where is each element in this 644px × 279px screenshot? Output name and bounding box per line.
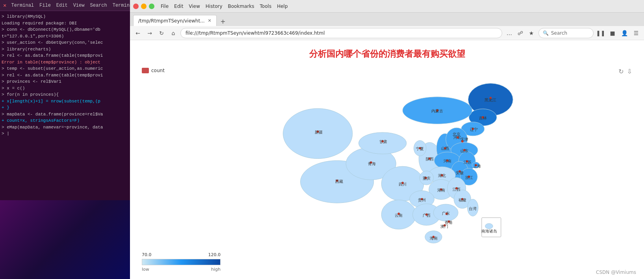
colorbar-min-label: low bbox=[142, 267, 149, 272]
terminal-line: > library(RMySQL) bbox=[2, 13, 128, 20]
dot-beijing bbox=[457, 136, 459, 139]
colorbar-labels: 70.0 120.0 bbox=[142, 252, 221, 257]
terminal-line: > x = c() bbox=[2, 85, 128, 92]
dot-hainan bbox=[432, 236, 434, 238]
province-taiwan bbox=[467, 199, 478, 216]
new-tab-button[interactable]: + bbox=[218, 17, 228, 26]
menu-view[interactable]: View bbox=[73, 3, 85, 8]
menu-tools[interactable]: Tools bbox=[260, 4, 272, 9]
reload-button[interactable]: ↻ bbox=[157, 28, 166, 38]
dot-guizhou bbox=[421, 198, 423, 200]
bookmark-button[interactable]: ★ bbox=[527, 28, 536, 38]
menu-search[interactable]: Search bbox=[90, 3, 107, 8]
legend-label: count bbox=[151, 68, 165, 73]
active-tab[interactable]: /tmp/RtmpmTSeyn/viewht... ✕ bbox=[133, 15, 217, 26]
province-nanhai bbox=[485, 223, 493, 229]
menu-edit[interactable]: Edit bbox=[174, 4, 183, 9]
china-map-svg: 黑龙江 吉林 辽宁 内蒙古 新疆 甘肃 青海 西藏 四川 宁夏 北京 天津 河北… bbox=[245, 76, 529, 261]
window-maximize-button[interactable] bbox=[149, 4, 154, 9]
menu-terminal[interactable]: Terminal bbox=[11, 3, 34, 8]
terminal-line: + } bbox=[2, 104, 128, 111]
sidebar-toggle-button[interactable]: ❚❚ bbox=[596, 28, 605, 38]
browser-file-menu: File Edit View History Bookmarks Tools H… bbox=[158, 4, 291, 9]
dot-shanghai bbox=[475, 164, 477, 166]
dot-shaanxi bbox=[428, 158, 431, 160]
dot-neimenggu bbox=[436, 109, 438, 112]
colorbar-min-value: 70.0 bbox=[142, 252, 152, 257]
dot-henan bbox=[446, 159, 448, 162]
tab-close-button[interactable]: ✕ bbox=[208, 18, 212, 23]
address-bar[interactable]: file:///tmp/RtmpmTSeyn/viewhtml9723663c4… bbox=[180, 28, 502, 38]
terminal-line: Error in table(temp$province) : object bbox=[2, 59, 128, 66]
dot-gansu bbox=[381, 140, 384, 143]
terminal-line: > eMap(mapData, namevar=~province, data bbox=[2, 124, 128, 131]
browser-tabs: /tmp/RtmpmTSeyn/viewht... ✕ + bbox=[130, 13, 644, 26]
search-placeholder: Search bbox=[551, 30, 567, 36]
menu-view[interactable]: View bbox=[189, 4, 200, 9]
dot-yunnan bbox=[397, 213, 400, 215]
dot-guangdong bbox=[445, 213, 447, 215]
terminal-line: > | bbox=[2, 130, 128, 137]
split-view-button[interactable]: ■ bbox=[608, 28, 617, 38]
terminal-line: > mapData <- data.frame(province=rel$Va bbox=[2, 111, 128, 118]
province-xinjiang bbox=[283, 108, 352, 158]
menu-edit[interactable]: Edit bbox=[56, 3, 68, 8]
terminal-topbar: ✕ Terminal File Edit View Search Termina… bbox=[0, 0, 130, 11]
search-box[interactable]: 🔍 Search bbox=[538, 28, 594, 38]
search-icon: 🔍 bbox=[543, 30, 549, 36]
dot-xizang bbox=[336, 179, 338, 182]
dot-hunan bbox=[440, 188, 442, 191]
browser-navbar: ← → ↻ ⌂ file:///tmp/RtmpmTSeyn/viewhtml9… bbox=[130, 26, 644, 40]
terminal-line: > conn <- dbConnect(MySQL(),dbname='db bbox=[2, 26, 128, 33]
menu-file[interactable]: File bbox=[39, 3, 51, 8]
province-gansu bbox=[358, 132, 406, 154]
home-button[interactable]: ⌂ bbox=[169, 28, 178, 38]
dot-shandong bbox=[463, 149, 465, 151]
browser-panel: File Edit View History Bookmarks Tools H… bbox=[130, 0, 644, 279]
terminal-line: > provinces <- rel$Var1 bbox=[2, 78, 128, 85]
dot-jiangxi bbox=[455, 187, 458, 190]
legend-color-box bbox=[142, 68, 149, 73]
watermark: CSDN @Vimiums bbox=[596, 270, 636, 275]
chart-legend: count bbox=[142, 68, 165, 73]
menu-bookmarks[interactable]: Bookmarks bbox=[228, 4, 254, 9]
dot-zhejiang bbox=[468, 176, 470, 178]
profile-button[interactable]: 👤 bbox=[620, 28, 629, 38]
colorbar-max-label: high bbox=[211, 267, 221, 272]
dot-hubei bbox=[441, 174, 443, 177]
dot-anhui bbox=[458, 170, 461, 173]
terminal-line: > rel <- as.data.frame(table(temp$provi bbox=[2, 52, 128, 59]
menu-file[interactable]: File bbox=[161, 4, 169, 9]
province-guangdong bbox=[433, 204, 458, 221]
reader-mode-button[interactable]: ☍ bbox=[516, 28, 525, 38]
china-map-container: 黑龙江 吉林 辽宁 内蒙古 新疆 甘肃 青海 西藏 四川 宁夏 北京 天津 河北… bbox=[245, 76, 529, 261]
dot-jiangsu bbox=[466, 160, 468, 162]
more-button[interactable]: … bbox=[505, 28, 514, 38]
chart-area: count ↻ ⇩ bbox=[130, 64, 644, 279]
colorbar-max-value: 120.0 bbox=[208, 252, 221, 257]
back-button[interactable]: ← bbox=[133, 28, 143, 38]
dot-xinjiang bbox=[316, 130, 319, 133]
label-nanhai: 南海诸岛 bbox=[481, 229, 497, 233]
dot-sichuan bbox=[401, 182, 404, 184]
window-close-button[interactable] bbox=[133, 4, 139, 9]
chart-actions: ↻ ⇩ bbox=[618, 68, 632, 75]
terminal-close-btn[interactable]: ✕ bbox=[3, 2, 6, 9]
download-icon[interactable]: ⇩ bbox=[627, 68, 632, 75]
browser-menubar: File Edit View History Bookmarks Tools H… bbox=[130, 0, 644, 13]
extensions-button[interactable]: ☰ bbox=[631, 28, 641, 38]
terminal-line: + count=x, stringsAsFactors=F) bbox=[2, 117, 128, 124]
refresh-icon[interactable]: ↻ bbox=[618, 68, 624, 75]
forward-button[interactable]: → bbox=[145, 28, 154, 38]
dot-heilongjiang bbox=[489, 97, 492, 99]
browser-content: 分析国内哪个省份的消费者最有购买欲望 count ↻ ⇩ bbox=[130, 40, 644, 279]
terminal-line: > library(recharts) bbox=[2, 46, 128, 53]
colorbar-sublabels: low high bbox=[142, 267, 221, 272]
menu-help[interactable]: Help bbox=[277, 4, 288, 9]
terminal-line: t="127.0.0.1",port=3306) bbox=[2, 33, 128, 40]
dot-jilin bbox=[481, 116, 484, 119]
menu-history[interactable]: History bbox=[206, 4, 223, 9]
window-minimize-button[interactable] bbox=[141, 4, 147, 9]
terminal-panel: ✕ Terminal File Edit View Search Termina… bbox=[0, 0, 130, 279]
chart-title: 分析国内哪个省份的消费者最有购买欲望 bbox=[130, 40, 644, 64]
